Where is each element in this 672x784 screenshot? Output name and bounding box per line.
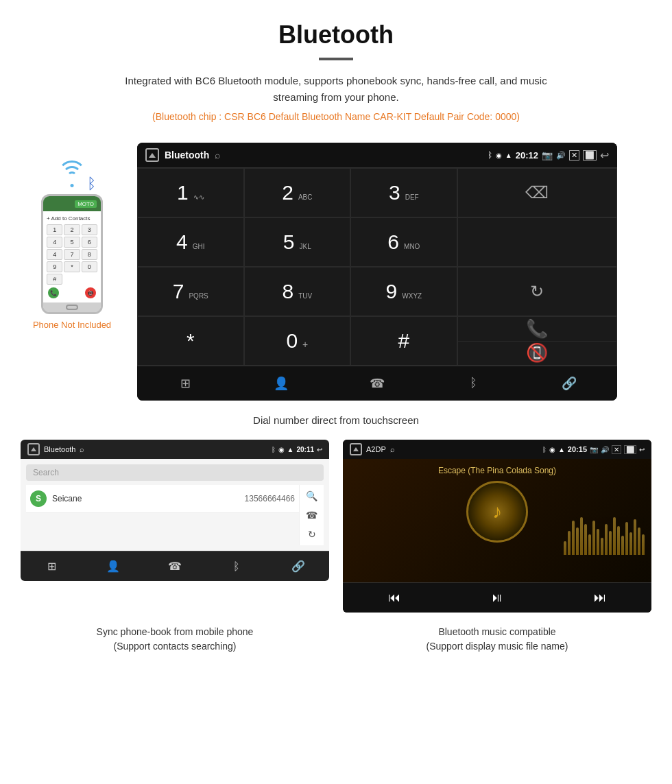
refresh-key[interactable]: ↻ [457,267,617,316]
phone-contacts-label: + Add to Contacts [47,215,97,222]
dial-key-9[interactable]: 9 WXYZ [350,267,457,316]
call-green-icon: 📞 [526,318,548,340]
dial-key-8[interactable]: 8 TUV [244,267,351,316]
pb-search-icon[interactable]: 🔍 [306,490,317,501]
pb-search-bar[interactable]: Search [26,464,324,481]
phone-body: MOTO + Add to Contacts 1 2 3 4 5 6 4 7 8… [41,194,103,314]
backspace-icon: ⌫ [525,183,549,202]
dial-key-0[interactable]: 0 + [244,316,351,366]
music-skip-fwd-button[interactable]: ⏭ [549,583,651,613]
dial-key-2[interactable]: 2 ABC [244,168,351,217]
main-section: ᛒ MOTO + Add to Contacts 1 2 3 4 5 6 4 7… [0,143,672,401]
dial-key-6[interactable]: 6 MNO [350,217,457,267]
backspace-key[interactable]: ⌫ [457,168,617,217]
pb-back-icon[interactable]: ↩ [317,446,322,453]
dial-key-1[interactable]: 1 ∿∿ [137,168,244,217]
eq-bar [597,529,599,555]
home-icon[interactable] [145,148,159,162]
eq-bar [576,527,579,555]
dial-key-hash[interactable]: # [350,316,457,366]
dial-key-3[interactable]: 3 DEF [350,168,457,217]
music-cam-icon: 📷 [590,446,598,453]
phone-key-x1: # [47,274,62,285]
pb-contact-row[interactable]: S Seicane 13566664466 [26,485,299,513]
pb-usb-icon: ⌕ [80,445,84,453]
music-home-icon[interactable] [350,443,362,455]
music-back-icon[interactable]: ↩ [639,446,645,453]
pb-status-title: Bluetooth [44,445,75,453]
pb-right-icons: 🔍 ☎ ↻ [299,485,324,545]
music-play-pause-button[interactable]: ⏯ [446,583,549,613]
phone-key-1: 1 [47,224,62,235]
phone-dialpad: 1 2 3 4 5 6 4 7 8 9 * 0 # [47,224,97,285]
dial-key-5[interactable]: 5 JKL [244,217,351,267]
back-arrow-icon[interactable]: ↩ [600,149,609,162]
eq-bar [609,531,612,555]
music-equalizer [564,514,645,555]
eq-bar [568,531,571,555]
phonebook-screen-wrap: Bluetooth ⌕ ᛒ ◉ ▲ 20:11 ↩ Search [21,440,329,613]
bottom-screenshots-row: Bluetooth ⌕ ᛒ ◉ ▲ 20:11 ↩ Search [0,440,672,613]
eq-bar [625,522,628,555]
pb-statusbar-right: ᛒ ◉ ▲ 20:11 ↩ [272,446,322,453]
phone-call-row: 📞 📵 [47,287,97,298]
eq-bar [580,517,583,555]
pb-nav-dialpad[interactable]: ⊞ [21,551,82,581]
pb-contact-list: S Seicane 13566664466 [26,485,299,545]
bottom-nav-dialpad[interactable]: ⊞ [137,366,233,401]
refresh-icon: ↻ [530,282,544,301]
phone-bottom [43,302,101,312]
call-keys-col: 📞 📵 [457,316,617,366]
phone-key-8: 7 [64,249,80,260]
bottom-nav-link[interactable]: 🔗 [521,366,617,401]
dial-key-4[interactable]: 4 GHI [137,217,244,267]
eq-bar [584,524,587,555]
call-green-key[interactable]: 📞 [458,317,616,342]
pb-statusbar: Bluetooth ⌕ ᛒ ◉ ▲ 20:11 ↩ [21,440,329,459]
music-time: 20:15 [568,445,587,453]
screen-status-icon: ⬜ [583,150,597,161]
eq-bar [638,527,640,555]
music-controls: ⏮ ⏯ ⏭ [343,582,651,613]
pb-content: Search S Seicane 13566664466 🔍 ☎ ↻ [21,459,329,551]
bottom-nav-contacts[interactable]: 👤 [233,366,329,401]
close-status-icon: ✕ [569,150,579,161]
dial-key-star[interactable]: * [137,316,244,366]
music-statusbar-left: A2DP ⌕ [350,443,395,455]
bottom-nav-bluetooth[interactable]: ᛒ [425,366,521,401]
phone-mockup: ᛒ MOTO + Add to Contacts 1 2 3 4 5 6 4 7… [21,143,123,330]
pb-nav-phone[interactable]: ☎ [144,551,206,581]
music-usb-icon: ⌕ [390,445,395,453]
pb-nav-bt[interactable]: ᛒ [206,551,267,581]
phone-home-button [66,305,78,310]
phone-key-9: 8 [82,249,97,260]
phone-key-5: 5 [64,237,80,248]
music-caption: Bluetooth music compatible(Support displ… [343,625,651,654]
eq-bar [588,534,591,555]
music-statusbar: A2DP ⌕ ᛒ ◉ ▲ 20:15 📷 🔊 ✕ ⬜ ↩ [343,440,651,459]
music-bt-icon: ᛒ [542,446,547,453]
statusbar-right: ᛒ ◉ ▲ 20:12 📷 🔊 ✕ ⬜ ↩ [488,149,609,162]
call-red-key[interactable]: 📵 [458,342,616,366]
pb-time: 20:11 [296,446,314,453]
music-body: Escape (The Pina Colada Song) ♪ [343,459,651,582]
camera-status-icon: 📷 [542,150,553,161]
pb-statusbar-left: Bluetooth ⌕ [27,443,84,455]
wifi-status-icon: ▲ [505,152,512,159]
pb-home-icon[interactable] [27,443,40,455]
phone-key-0: * [64,261,80,272]
eq-bar [572,521,575,555]
pb-nav-contacts-active[interactable]: 👤 [82,551,144,581]
bottom-nav-phone[interactable]: ☎ [329,366,425,401]
music-skip-back-button[interactable]: ⏮ [343,583,446,613]
pb-nav-link[interactable]: 🔗 [267,551,329,581]
pb-refresh-icon[interactable]: ↻ [308,529,316,540]
pb-bottom-nav: ⊞ 👤 ☎ ᛒ 🔗 [21,551,329,581]
music-location-icon: ◉ [549,446,555,453]
pb-call-icon[interactable]: ☎ [306,510,317,521]
volume-status-icon: 🔊 [556,151,566,160]
dial-key-7[interactable]: 7 PQRS [137,267,244,316]
phone-key-6: 6 [82,237,97,248]
eq-bar [642,534,645,555]
statusbar-time: 20:12 [516,150,538,161]
